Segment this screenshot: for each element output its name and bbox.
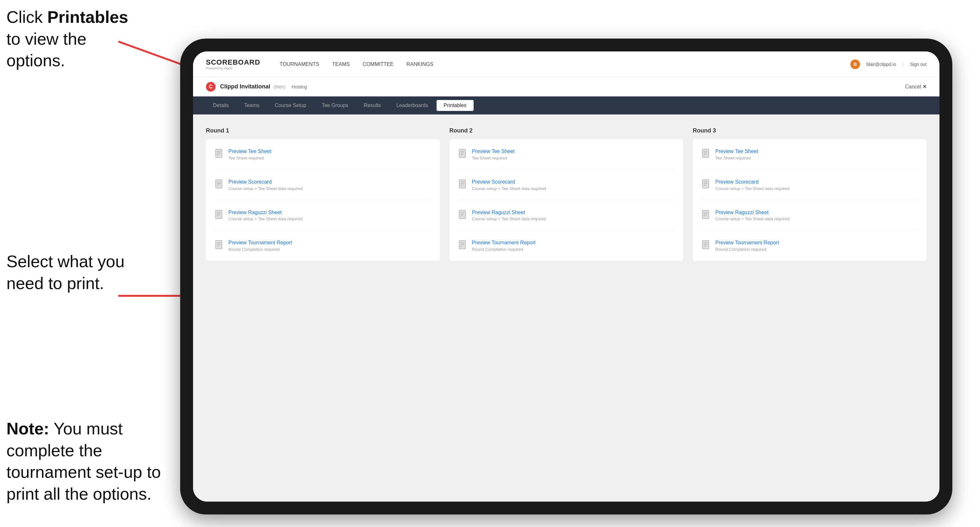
round1-report-sub: Round Completion required [228,247,292,252]
round3-tee-sheet[interactable]: Preview Tee Sheet Tee Sheet required [702,147,918,162]
round1-scorecard-text: Preview Scorecard Course setup + Tee She… [228,179,303,191]
tab-teams[interactable]: Teams [237,100,266,111]
round-2-column: Round 2 [449,127,683,261]
round3-raguzzi-sub: Course setup + Tee Sheet data required [715,216,789,221]
pipe-divider: | [902,62,904,67]
round2-tee-sheet-sub: Tee Sheet required [472,156,515,160]
tee-sheet-icon-r3 [702,149,711,159]
round1-scorecard-sub: Course setup + Tee Sheet data required [228,186,303,191]
svg-rect-44 [702,210,709,219]
logo-area: SCOREBOARD Powered by clippd [206,58,260,70]
round1-scorecard[interactable]: Preview Scorecard Course setup + Tee She… [215,178,431,192]
rounds-grid: Round 1 [206,127,927,261]
tournament-name: Clippd Invitational [220,83,270,90]
divider [215,230,431,230]
round3-raguzzi[interactable]: Preview Raguzzi Sheet Course setup + Tee… [702,208,918,223]
nav-tournaments[interactable]: TOURNAMENTS [280,60,319,68]
round1-report-text: Preview Tournament Report Round Completi… [228,240,292,252]
tab-leaderboards[interactable]: Leaderboards [389,100,435,111]
svg-rect-20 [459,149,466,157]
tab-tee-groups[interactable]: Tee Groups [315,100,355,111]
tab-details[interactable]: Details [206,100,236,111]
round2-report-sub: Round Completion required [472,247,536,252]
user-email: blair@clippd.io [866,62,896,67]
round2-scorecard[interactable]: Preview Scorecard Course setup + Tee She… [458,178,675,192]
svg-rect-4 [216,149,222,157]
round1-raguzzi[interactable]: Preview Raguzzi Sheet Course setup + Tee… [215,208,431,223]
round3-report-label: Preview Tournament Report [715,240,779,246]
tee-sheet-icon [215,149,224,159]
raguzzi-icon-r3 [702,210,711,220]
round-2-card: Preview Tee Sheet Tee Sheet required [449,139,683,261]
round1-raguzzi-text: Preview Raguzzi Sheet Course setup + Tee… [228,210,303,222]
tournament-logo: C [206,82,216,92]
scorecard-icon [215,179,224,190]
round3-scorecard[interactable]: Preview Scorecard Course setup + Tee She… [702,178,918,192]
sign-out-link[interactable]: Sign out [910,62,927,67]
round-3-column: Round 3 [693,127,927,261]
top-nav-links: TOURNAMENTS TEAMS COMMITTEE RANKINGS [280,60,850,68]
logo-title: SCOREBOARD [206,58,260,67]
round-1-column: Round 1 [206,127,440,261]
tee-sheet-icon-r2 [458,149,468,159]
round3-tournament-report[interactable]: Preview Tournament Report Round Completi… [702,238,918,253]
nav-teams[interactable]: TEAMS [332,60,350,68]
raguzzi-icon-r2 [458,210,468,220]
round-2-title: Round 2 [449,127,683,134]
round1-tournament-report[interactable]: Preview Tournament Report Round Completi… [215,238,431,253]
tournament-report-icon [215,240,224,251]
user-avatar: B [850,59,860,69]
svg-rect-48 [702,241,709,249]
round2-raguzzi[interactable]: Preview Raguzzi Sheet Course setup + Tee… [458,208,675,223]
round3-report-sub: Round Completion required [715,247,779,252]
round3-scorecard-sub: Course setup + Tee Sheet data required [715,186,789,191]
note-bold: Note: [6,419,49,438]
tab-results[interactable]: Results [357,100,388,111]
tournament-bar: C Clippd Invitational (Men) Hosting Canc… [193,77,939,97]
round2-tee-sheet[interactable]: Preview Tee Sheet Tee Sheet required [458,147,675,162]
round3-tee-sheet-sub: Tee Sheet required [715,156,758,160]
tab-printables[interactable]: Printables [437,100,474,111]
svg-rect-12 [216,210,222,219]
tournament-status: Hosting [292,84,307,89]
round2-raguzzi-label: Preview Raguzzi Sheet [472,210,546,216]
round3-scorecard-label: Preview Scorecard [715,179,789,186]
round2-raguzzi-sub: Course setup + Tee Sheet data required [472,216,546,221]
svg-rect-24 [459,180,466,188]
round-3-title: Round 3 [693,127,927,134]
svg-rect-40 [702,180,709,188]
round2-tee-sheet-label: Preview Tee Sheet [472,148,515,155]
divider [702,200,918,200]
printables-bold: Printables [47,8,128,26]
tab-course-setup[interactable]: Course Setup [268,100,313,111]
round-3-card: Preview Tee Sheet Tee Sheet required [693,139,927,261]
svg-rect-28 [459,210,466,219]
round1-tee-sheet-label: Preview Tee Sheet [228,148,271,155]
round2-scorecard-label: Preview Scorecard [472,179,546,186]
round-1-card: Preview Tee Sheet Tee Sheet required [206,139,440,261]
round1-raguzzi-sub: Course setup + Tee Sheet data required [228,216,303,221]
svg-rect-36 [702,149,709,157]
divider [458,230,675,230]
top-nav: SCOREBOARD Powered by clippd TOURNAMENTS… [193,51,939,77]
cancel-button[interactable]: Cancel✕ [905,84,927,90]
round2-report-label: Preview Tournament Report [472,240,536,246]
top-nav-right: B blair@clippd.io | Sign out [850,59,927,69]
nav-rankings[interactable]: RANKINGS [406,60,433,68]
tournament-bar-right: Cancel✕ [905,84,927,90]
round1-tee-sheet[interactable]: Preview Tee Sheet Tee Sheet required [215,147,431,162]
divider [702,230,918,230]
round2-tournament-report[interactable]: Preview Tournament Report Round Completi… [458,238,675,253]
annotation-bottom: Note: You must complete the tournament s… [6,418,161,505]
round1-raguzzi-label: Preview Raguzzi Sheet [228,210,303,216]
round1-tee-sheet-text: Preview Tee Sheet Tee Sheet required [228,148,271,160]
round1-report-label: Preview Tournament Report [228,240,292,246]
main-content: Round 1 [193,114,939,502]
round2-scorecard-sub: Course setup + Tee Sheet data required [472,186,546,191]
round3-raguzzi-label: Preview Raguzzi Sheet [715,210,789,216]
nav-committee[interactable]: COMMITTEE [363,60,393,68]
tablet-screen: SCOREBOARD Powered by clippd TOURNAMENTS… [193,51,939,502]
svg-rect-8 [216,180,222,188]
cancel-x: ✕ [923,84,927,89]
round1-tee-sheet-sub: Tee Sheet required [228,156,271,160]
